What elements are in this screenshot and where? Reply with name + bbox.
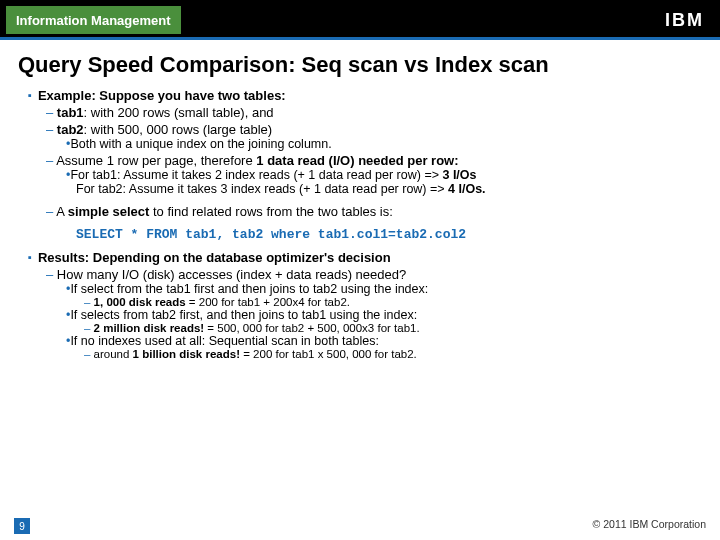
bullet-case2-num: 2 million disk reads! = 500, 000 for tab… <box>84 322 702 334</box>
page-number: 9 <box>14 518 30 534</box>
brand-badge: Information Management <box>6 6 181 34</box>
header-bar: Information Management IBM <box>0 0 720 40</box>
bullet-question: How many I/O (disk) accesses (index + da… <box>46 267 702 282</box>
bullet-assume: Assume 1 row per page, therefore 1 data … <box>46 153 702 168</box>
copyright: © 2011 IBM Corporation <box>593 518 706 534</box>
slide-title: Query Speed Comparison: Seq scan vs Inde… <box>18 52 702 78</box>
bullet-case1-num: 1, 000 disk reads = 200 for tab1 + 200x4… <box>84 296 702 308</box>
sql-code: SELECT * FROM tab1, tab2 where tab1.col1… <box>76 227 702 242</box>
bullet-tab1: tab1: with 200 rows (small table), and <box>46 105 702 120</box>
header-stripe <box>0 37 720 40</box>
footer: 9 © 2011 IBM Corporation <box>0 518 720 534</box>
slide-content: Example: Suppose you have two tables: ta… <box>18 88 702 360</box>
bullet-both-index: Both with a unique index on the joining … <box>66 137 702 151</box>
bullet-case1: If select from the tab1 first and then j… <box>66 282 702 296</box>
bullet-tab2: tab2: with 500, 000 rows (large table) <box>46 122 702 137</box>
bullet-simple-select: A simple select to find related rows fro… <box>46 204 702 219</box>
bullet-case2: If selects from tab2 first, and then joi… <box>66 308 702 322</box>
bullet-results: Results: Depending on the database optim… <box>28 250 702 265</box>
bullet-io-tab1: For tab1: Assume it takes 2 index reads … <box>66 168 702 182</box>
bullet-example: Example: Suppose you have two tables: <box>28 88 702 103</box>
bullet-case3-num: around 1 billion disk reads! = 200 for t… <box>84 348 702 360</box>
bullet-case3: If no indexes used at all: Sequential sc… <box>66 334 702 348</box>
ibm-logo: IBM <box>665 10 704 31</box>
bullet-io-tab2: For tab2: Assume it takes 3 index reads … <box>76 182 702 196</box>
